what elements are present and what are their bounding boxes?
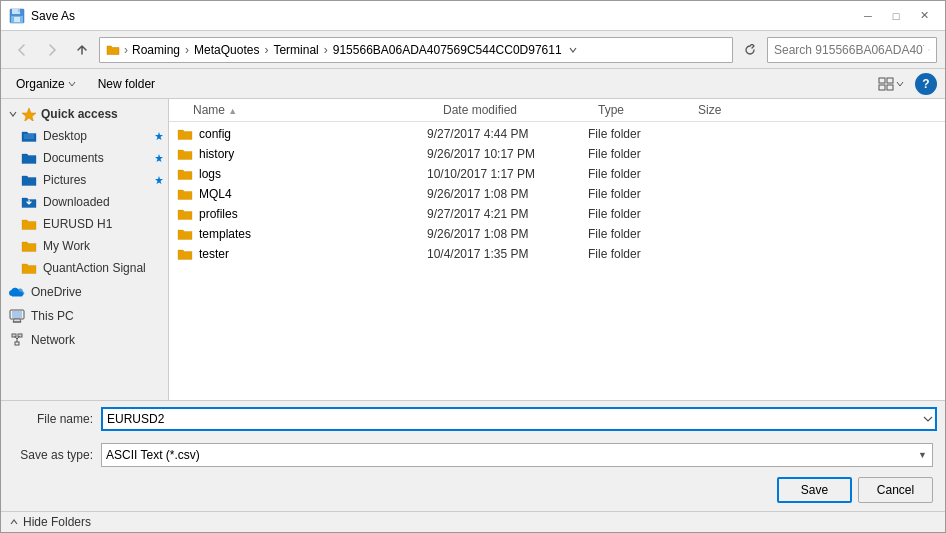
breadcrumb-terminal[interactable]: Terminal bbox=[273, 43, 318, 57]
close-button[interactable]: ✕ bbox=[911, 5, 937, 27]
save-as-dialog: Save As ─ □ ✕ bbox=[0, 0, 946, 533]
breadcrumb-bar: › Roaming › MetaQuotes › Terminal › 9155… bbox=[99, 37, 733, 63]
thispc-icon bbox=[9, 309, 25, 323]
file-type-text: File folder bbox=[588, 187, 688, 201]
row-folder-icon bbox=[177, 147, 193, 161]
title-bar: Save As ─ □ ✕ bbox=[1, 1, 945, 31]
thispc-section: This PC bbox=[1, 305, 168, 327]
breadcrumb-dropdown-icon[interactable] bbox=[568, 45, 578, 55]
table-row[interactable]: logs 10/10/2017 1:17 PM File folder bbox=[169, 164, 945, 184]
sidebar-item-network[interactable]: Network bbox=[1, 329, 168, 351]
sidebar-item-downloaded-label: Downloaded bbox=[43, 195, 110, 209]
organize-button[interactable]: Organize bbox=[9, 73, 83, 95]
file-date-text: 9/27/2017 4:21 PM bbox=[427, 207, 582, 221]
file-list-container: Name ▲ Date modified Type Size bbox=[169, 99, 945, 400]
window-title: Save As bbox=[31, 9, 75, 23]
forward-button[interactable] bbox=[39, 38, 65, 62]
col-type-header[interactable]: Type bbox=[598, 103, 698, 117]
filename-label: File name: bbox=[13, 412, 93, 426]
sidebar-item-pictures[interactable]: Pictures bbox=[1, 169, 168, 191]
breadcrumb-folder-icon bbox=[106, 44, 120, 56]
sidebar-item-quantaction[interactable]: QuantAction Signal bbox=[1, 257, 168, 279]
table-row[interactable]: profiles 9/27/2017 4:21 PM File folder bbox=[169, 204, 945, 224]
bottom-area: File name: Save as type: ASCII Text (*.c… bbox=[1, 400, 945, 532]
back-button[interactable] bbox=[9, 38, 35, 62]
sidebar-item-network-label: Network bbox=[31, 333, 75, 347]
quick-access-icon bbox=[21, 107, 37, 121]
view-button[interactable] bbox=[871, 73, 911, 95]
back-icon bbox=[17, 44, 27, 56]
sidebar-item-documents-label: Documents bbox=[43, 151, 104, 165]
col-size-header[interactable]: Size bbox=[698, 103, 778, 117]
maximize-button[interactable]: □ bbox=[883, 5, 909, 27]
up-button[interactable] bbox=[69, 38, 95, 62]
table-row[interactable]: tester 10/4/2017 1:35 PM File folder bbox=[169, 244, 945, 264]
quick-access-chevron-icon bbox=[9, 110, 17, 118]
desktop-pin-icon bbox=[154, 131, 164, 141]
svg-rect-18 bbox=[15, 342, 19, 345]
file-type-text: File folder bbox=[588, 127, 688, 141]
svg-rect-8 bbox=[887, 78, 893, 83]
quantaction-folder-icon bbox=[21, 261, 37, 275]
sidebar-item-mywork[interactable]: My Work bbox=[1, 235, 168, 257]
table-row[interactable]: history 9/26/2017 10:17 PM File folder bbox=[169, 144, 945, 164]
save-button[interactable]: Save bbox=[777, 477, 852, 503]
svg-rect-9 bbox=[879, 85, 885, 90]
file-type-text: File folder bbox=[588, 167, 688, 181]
search-input[interactable] bbox=[774, 43, 924, 57]
quick-access-label: Quick access bbox=[41, 107, 118, 121]
secondary-toolbar: Organize New folder ? bbox=[1, 69, 945, 99]
toolbar-right: ? bbox=[871, 73, 937, 95]
quick-access-header[interactable]: Quick access bbox=[1, 103, 168, 125]
sidebar-item-desktop-label: Desktop bbox=[43, 129, 87, 143]
title-bar-left: Save As bbox=[9, 8, 75, 24]
file-date-text: 9/26/2017 10:17 PM bbox=[427, 147, 582, 161]
view-icon bbox=[878, 77, 894, 91]
breadcrumb-roaming[interactable]: Roaming bbox=[132, 43, 180, 57]
filetype-label: Save as type: bbox=[13, 448, 93, 462]
table-row[interactable]: MQL4 9/26/2017 1:08 PM File folder bbox=[169, 184, 945, 204]
svg-marker-11 bbox=[22, 108, 36, 121]
organize-dropdown-icon bbox=[68, 81, 76, 87]
downloaded-folder-icon bbox=[21, 195, 37, 209]
sidebar-item-onedrive[interactable]: OneDrive bbox=[1, 281, 168, 303]
onedrive-section: OneDrive bbox=[1, 281, 168, 303]
filename-input[interactable] bbox=[101, 407, 937, 431]
help-button[interactable]: ? bbox=[915, 73, 937, 95]
main-toolbar: › Roaming › MetaQuotes › Terminal › 9155… bbox=[1, 31, 945, 69]
file-list-header: Name ▲ Date modified Type Size bbox=[169, 99, 945, 122]
table-row[interactable]: config 9/27/2017 4:44 PM File folder bbox=[169, 124, 945, 144]
breadcrumb-hash[interactable]: 915566BA06ADA407569C544CC0D97611 bbox=[333, 43, 562, 57]
mywork-folder-icon bbox=[21, 239, 37, 253]
sidebar-item-thispc[interactable]: This PC bbox=[1, 305, 168, 327]
hide-folders-bar[interactable]: Hide Folders bbox=[1, 511, 945, 532]
sidebar-item-eurusd[interactable]: EURUSD H1 bbox=[1, 213, 168, 235]
new-folder-button[interactable]: New folder bbox=[91, 73, 162, 95]
forward-icon bbox=[47, 44, 57, 56]
sidebar-item-thispc-label: This PC bbox=[31, 309, 74, 323]
col-date-header[interactable]: Date modified bbox=[443, 103, 598, 117]
file-name-text: MQL4 bbox=[199, 187, 232, 201]
pictures-pin-icon bbox=[154, 175, 164, 185]
sidebar-item-documents[interactable]: Documents bbox=[1, 147, 168, 169]
minimize-button[interactable]: ─ bbox=[855, 5, 881, 27]
save-title-icon bbox=[9, 8, 25, 24]
refresh-button[interactable] bbox=[737, 37, 763, 63]
file-date-text: 10/4/2017 1:35 PM bbox=[427, 247, 582, 261]
filetype-select[interactable]: ASCII Text (*.csv) bbox=[101, 443, 933, 467]
documents-folder-icon bbox=[21, 151, 37, 165]
col-name-header[interactable]: Name ▲ bbox=[193, 103, 443, 117]
pictures-folder-icon bbox=[21, 173, 37, 187]
breadcrumb-arrow3: › bbox=[324, 43, 328, 57]
breadcrumb-metaquotes[interactable]: MetaQuotes bbox=[194, 43, 259, 57]
search-box bbox=[767, 37, 937, 63]
action-row: Save Cancel bbox=[1, 473, 945, 511]
file-row-name: config bbox=[177, 127, 421, 141]
svg-rect-7 bbox=[879, 78, 885, 83]
file-name-text: profiles bbox=[199, 207, 238, 221]
file-date-text: 10/10/2017 1:17 PM bbox=[427, 167, 582, 181]
sidebar-item-downloaded[interactable]: Downloaded bbox=[1, 191, 168, 213]
table-row[interactable]: templates 9/26/2017 1:08 PM File folder bbox=[169, 224, 945, 244]
sidebar-item-desktop[interactable]: Desktop bbox=[1, 125, 168, 147]
cancel-button[interactable]: Cancel bbox=[858, 477, 933, 503]
